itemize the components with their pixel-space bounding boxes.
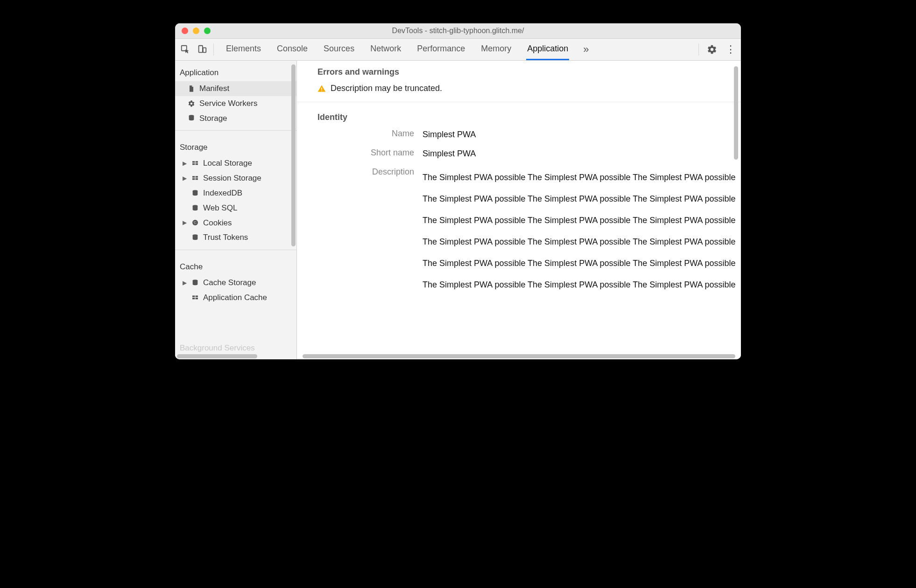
sidebar-section-title: Storage bbox=[180, 143, 296, 152]
expand-caret-icon[interactable]: ▶ bbox=[183, 219, 187, 227]
grid-icon bbox=[191, 159, 199, 168]
field-label: Name bbox=[317, 129, 423, 139]
tab-console[interactable]: Console bbox=[276, 39, 309, 60]
sidebar-item-label: Trust Tokens bbox=[203, 232, 248, 243]
tabs-overflow-button[interactable]: » bbox=[583, 39, 589, 60]
identity-heading: Identity bbox=[317, 112, 741, 122]
toolbar-divider bbox=[213, 43, 214, 56]
sidebar-item-websql[interactable]: ▶ Web SQL bbox=[175, 201, 296, 216]
field-value: Simplest PWA bbox=[423, 129, 741, 140]
sidebar-section-title: Application bbox=[180, 68, 296, 77]
sidebar-scrollbar[interactable] bbox=[291, 64, 296, 246]
svg-rect-9 bbox=[196, 176, 198, 177]
sidebar-item-label: Cookies bbox=[203, 217, 232, 229]
traffic-lights bbox=[175, 28, 211, 34]
database-icon bbox=[191, 233, 199, 242]
sidebar-section-title: Background Services bbox=[180, 343, 255, 353]
devtools-window: DevTools - stitch-glib-typhoon.glitch.me… bbox=[175, 23, 741, 359]
window-close-button[interactable] bbox=[182, 28, 188, 34]
svg-rect-24 bbox=[196, 298, 198, 299]
tab-performance[interactable]: Performance bbox=[416, 39, 466, 60]
database-icon bbox=[191, 204, 199, 212]
grid-icon bbox=[191, 294, 199, 302]
svg-rect-10 bbox=[192, 178, 195, 180]
sidebar-item-label: IndexedDB bbox=[203, 188, 242, 199]
sidebar-hscrollbar[interactable] bbox=[175, 353, 296, 359]
tab-memory[interactable]: Memory bbox=[480, 39, 512, 60]
svg-rect-23 bbox=[192, 298, 195, 299]
sidebar-item-service-workers[interactable]: Service Workers bbox=[175, 96, 296, 111]
database-icon bbox=[187, 114, 196, 122]
sidebar-item-cookies[interactable]: ▶ Cookies bbox=[175, 216, 296, 231]
window-title: DevTools - stitch-glib-typhoon.glitch.me… bbox=[175, 27, 741, 35]
sidebar-item-cache-storage[interactable]: ▶ Cache Storage bbox=[175, 275, 296, 290]
tab-elements[interactable]: Elements bbox=[225, 39, 262, 60]
warning-icon bbox=[317, 84, 326, 93]
svg-point-16 bbox=[196, 222, 197, 223]
device-toolbar-icon[interactable] bbox=[196, 43, 209, 56]
grid-icon bbox=[191, 174, 199, 182]
kebab-menu-icon[interactable]: ⋮ bbox=[724, 43, 737, 56]
field-label: Short name bbox=[317, 148, 423, 158]
sidebar-item-application-cache[interactable]: ▶ Application Cache bbox=[175, 290, 296, 305]
settings-icon[interactable] bbox=[705, 43, 719, 56]
kv-description: Description The Simplest PWA possible Th… bbox=[317, 167, 741, 295]
sidebar-section-storage: Storage bbox=[175, 135, 296, 156]
svg-rect-7 bbox=[196, 163, 198, 165]
body: Application Manifest Service Workers Sto… bbox=[175, 61, 741, 359]
toolbar: Elements Console Sources Network Perform… bbox=[175, 39, 741, 61]
svg-rect-8 bbox=[192, 176, 195, 177]
window-zoom-button[interactable] bbox=[204, 28, 211, 34]
kv-name: Name Simplest PWA bbox=[317, 129, 741, 140]
sidebar-item-label: Local Storage bbox=[203, 158, 252, 169]
sidebar-section-faded: Background Services bbox=[175, 337, 291, 353]
window-minimize-button[interactable] bbox=[193, 28, 199, 34]
section-divider bbox=[297, 102, 741, 102]
expand-caret-icon[interactable]: ▶ bbox=[183, 160, 187, 168]
field-value: Simplest PWA bbox=[423, 148, 741, 160]
svg-point-18 bbox=[196, 223, 196, 224]
field-value: The Simplest PWA possible The Simplest P… bbox=[423, 167, 741, 295]
svg-rect-25 bbox=[321, 87, 322, 90]
svg-point-17 bbox=[194, 224, 195, 224]
sidebar-section-cache: Cache bbox=[175, 255, 296, 275]
tab-sources[interactable]: Sources bbox=[323, 39, 355, 60]
sidebar-item-manifest[interactable]: Manifest bbox=[175, 81, 296, 96]
sidebar-item-storage[interactable]: Storage bbox=[175, 111, 296, 126]
sidebar-item-label: Session Storage bbox=[203, 173, 261, 184]
field-label: Description bbox=[317, 167, 423, 177]
sidebar-divider bbox=[175, 130, 296, 131]
kv-short-name: Short name Simplest PWA bbox=[317, 148, 741, 160]
warning-row: Description may be truncated. bbox=[317, 84, 741, 93]
sidebar-item-session-storage[interactable]: ▶ Session Storage bbox=[175, 171, 296, 186]
svg-rect-4 bbox=[192, 161, 195, 163]
svg-rect-2 bbox=[203, 48, 206, 52]
sidebar-item-local-storage[interactable]: ▶ Local Storage bbox=[175, 156, 296, 171]
tab-network[interactable]: Network bbox=[369, 39, 402, 60]
svg-rect-6 bbox=[192, 163, 195, 165]
sidebar-item-label: Application Cache bbox=[203, 292, 267, 303]
expand-caret-icon[interactable]: ▶ bbox=[183, 175, 187, 182]
gear-icon bbox=[187, 99, 196, 108]
sidebar-section-application: Application bbox=[175, 61, 296, 81]
svg-rect-22 bbox=[196, 295, 198, 297]
svg-point-14 bbox=[192, 220, 198, 225]
main-hscrollbar[interactable] bbox=[301, 353, 737, 359]
sidebar-section-title: Cache bbox=[180, 262, 296, 272]
database-icon bbox=[191, 279, 199, 287]
main-scrollbar[interactable] bbox=[734, 66, 738, 160]
sidebar-item-label: Storage bbox=[199, 113, 227, 124]
sidebar-divider bbox=[175, 250, 296, 250]
file-icon bbox=[187, 84, 196, 93]
cookie-icon bbox=[191, 218, 199, 227]
inspect-element-icon[interactable] bbox=[179, 43, 192, 56]
svg-rect-21 bbox=[192, 295, 195, 297]
sidebar-item-indexeddb[interactable]: ▶ IndexedDB bbox=[175, 186, 296, 201]
sidebar-item-label: Cache Storage bbox=[203, 277, 256, 288]
database-icon bbox=[191, 189, 199, 197]
sidebar-item-trust-tokens[interactable]: ▶ Trust Tokens bbox=[175, 230, 296, 245]
tab-application[interactable]: Application bbox=[526, 39, 569, 60]
toolbar-divider bbox=[698, 43, 699, 56]
expand-caret-icon[interactable]: ▶ bbox=[183, 279, 187, 287]
titlebar: DevTools - stitch-glib-typhoon.glitch.me… bbox=[175, 23, 741, 39]
